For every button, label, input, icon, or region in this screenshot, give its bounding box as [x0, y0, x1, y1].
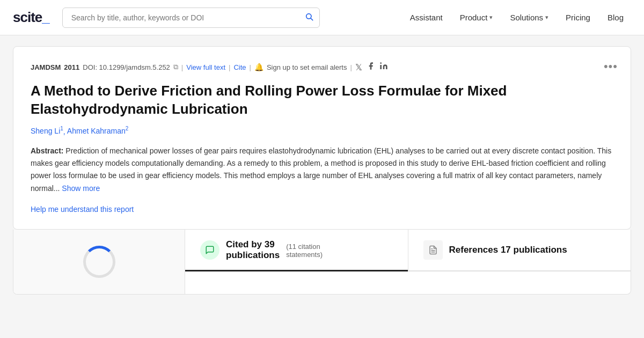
citation-statements-text: (11 citation statements) — [286, 241, 323, 259]
author-2[interactable]: Ahmet Kahraman2 — [67, 127, 129, 135]
loading-spinner — [83, 246, 115, 278]
svg-point-2 — [380, 62, 382, 64]
chevron-down-icon: ▾ — [489, 14, 493, 21]
chevron-down-icon: ▾ — [545, 14, 548, 21]
copy-doi-icon[interactable]: ⧉ — [173, 63, 178, 71]
logo[interactable]: scite_ — [13, 9, 49, 26]
alert-label[interactable]: Sign up to set email alerts — [267, 63, 347, 71]
year-label: 2011 — [64, 63, 79, 71]
linkedin-icon[interactable] — [379, 62, 388, 72]
svg-line-1 — [311, 18, 313, 20]
header: scite_ Assistant Product ▾ Solutions ▾ P… — [0, 0, 644, 35]
authors[interactable]: Sheng Li1, Ahmet Kahraman2 — [31, 126, 613, 136]
paper-title: A Method to Derive Friction and Rolling … — [31, 82, 613, 119]
cited-by-count: Cited by 39 publications — [226, 239, 280, 261]
paper-card: ••• JAMDSM 2011 DOI: 10.1299/jamdsm.5.25… — [13, 46, 631, 230]
cited-by-icon — [200, 240, 219, 260]
nav-pricing-label: Pricing — [566, 13, 590, 22]
nav: Assistant Product ▾ Solutions ▾ Pricing … — [402, 9, 631, 26]
abstract: Abstract: Prediction of mechanical power… — [31, 145, 613, 194]
nav-blog-label: Blog — [608, 13, 624, 22]
search-icon[interactable] — [305, 12, 313, 23]
separator: | — [250, 63, 251, 71]
nav-product-label: Product — [460, 13, 488, 22]
citations-panel: Cited by 39 publications (11 citation st… — [185, 230, 631, 294]
abstract-label: Abstract: — [31, 146, 63, 155]
nav-blog[interactable]: Blog — [600, 9, 631, 26]
nav-assistant-label: Assistant — [410, 13, 443, 22]
bottom-section: Cited by 39 publications (11 citation st… — [13, 230, 631, 295]
separator: | — [350, 63, 352, 71]
cited-by-text: Cited by 39 publications — [226, 239, 280, 261]
nav-solutions-label: Solutions — [510, 13, 543, 22]
facebook-icon[interactable] — [367, 62, 375, 72]
help-link[interactable]: Help me understand this report — [31, 205, 134, 214]
separator: | — [181, 63, 183, 71]
social-share: 𝕏 — [355, 62, 388, 72]
twitter-icon[interactable]: 𝕏 — [355, 62, 362, 72]
author-1[interactable]: Sheng Li1 — [31, 127, 63, 135]
references-label: References 17 publications — [449, 245, 567, 255]
references-tab[interactable]: References 17 publications — [408, 230, 631, 271]
bell-icon: 🔔 — [254, 63, 264, 71]
search-input[interactable] — [62, 8, 320, 28]
view-full-text-link[interactable]: View full text — [186, 63, 225, 71]
doi-label: DOI: 10.1299/jamdsm.5.252 — [83, 63, 170, 71]
cited-by-tab[interactable]: Cited by 39 publications (11 citation st… — [185, 230, 408, 271]
nav-solutions[interactable]: Solutions ▾ — [502, 9, 556, 26]
citation-statements-count: (11 citation statements) — [286, 243, 323, 259]
citations-tabs: Cited by 39 publications (11 citation st… — [185, 230, 631, 272]
nav-assistant[interactable]: Assistant — [402, 9, 450, 26]
search-bar — [62, 8, 320, 28]
cite-link[interactable]: Cite — [233, 63, 246, 71]
abstract-text: Prediction of mechanical power losses of… — [31, 146, 611, 192]
references-icon — [423, 240, 443, 260]
spinner-panel — [13, 230, 185, 294]
nav-pricing[interactable]: Pricing — [558, 9, 598, 26]
journal-label: JAMDSM — [31, 63, 61, 71]
meta-row: JAMDSM 2011 DOI: 10.1299/jamdsm.5.252 ⧉ … — [31, 62, 613, 72]
show-more-link[interactable]: Show more — [62, 184, 100, 193]
nav-product[interactable]: Product ▾ — [452, 9, 501, 26]
separator: | — [229, 63, 230, 71]
more-options-button[interactable]: ••• — [604, 60, 618, 74]
main-content: ••• JAMDSM 2011 DOI: 10.1299/jamdsm.5.25… — [0, 35, 644, 295]
